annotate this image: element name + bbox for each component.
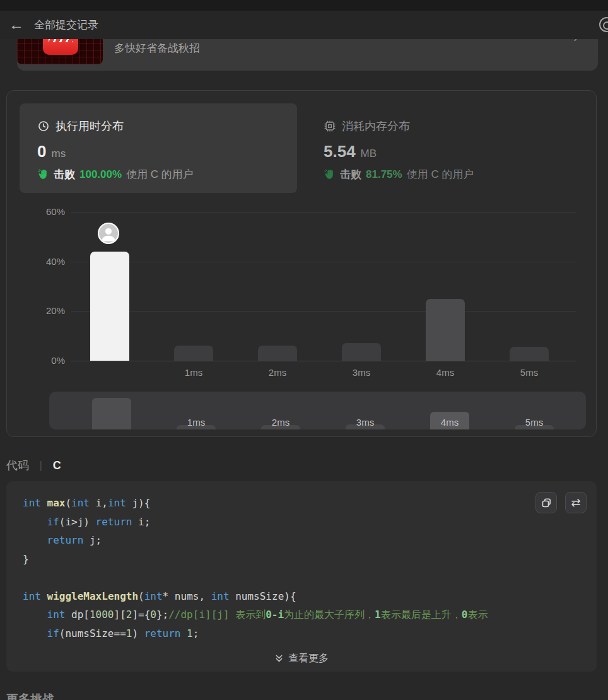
system-status-bar	[0, 0, 608, 11]
code-block: int max(int i,int j){ if(i>j) return i; …	[23, 494, 488, 643]
submission-stats-panel: 执行用时分布 0 ms 击败 100.00% 使用 C 的用户 消耗内存分布	[6, 90, 597, 437]
brush-tick: 3ms	[346, 417, 384, 428]
y-axis-tick: 60%	[25, 206, 65, 217]
chart-brush[interactable]: 1ms2ms3ms4ms5ms	[49, 392, 586, 429]
x-axis-tick: 5ms	[510, 367, 548, 378]
gridline	[71, 311, 576, 312]
banner-thumbnail	[17, 36, 103, 64]
x-axis-tick: 1ms	[175, 367, 213, 378]
y-axis-tick: 40%	[25, 256, 65, 267]
nav-header: ← 全部提交记录	[0, 11, 608, 39]
gridline	[71, 262, 576, 262]
view-more-button[interactable]: 查看更多	[6, 652, 597, 665]
code-card: ⇄ int max(int i,int j){ if(i>j) return i…	[6, 481, 597, 672]
toggle-code-view-button[interactable]: ⇄	[565, 492, 587, 513]
more-challenges-title: 更多挑战	[6, 691, 54, 700]
brush-tick: 5ms	[515, 417, 553, 428]
copy-code-button[interactable]	[535, 492, 557, 513]
gridline	[71, 212, 576, 213]
brush-tick: 4ms	[431, 417, 469, 428]
x-axis-tick: 2ms	[259, 367, 296, 378]
brush-tick: 2ms	[262, 417, 300, 428]
divider: ｜	[36, 459, 46, 472]
chart-bar[interactable]	[258, 346, 297, 361]
y-axis-tick: 20%	[25, 305, 65, 316]
y-axis-tick: 0%	[25, 355, 65, 366]
runtime-chart: 0%20%40%60%1ms2ms3ms4ms5ms	[7, 91, 596, 436]
chart-bar[interactable]	[90, 252, 129, 361]
chart-bar[interactable]	[342, 343, 381, 361]
page-title: 全部提交记录	[34, 18, 98, 32]
chart-bar[interactable]	[510, 347, 549, 361]
user-avatar-marker	[98, 223, 119, 244]
brush-tick: 1ms	[177, 417, 215, 428]
swap-arrows-icon: ⇄	[571, 497, 580, 508]
chart-bar[interactable]	[426, 299, 465, 361]
code-language-label: C	[53, 459, 61, 472]
back-button[interactable]: ←	[9, 17, 24, 32]
code-section-header: 代码 ｜ C	[6, 458, 61, 473]
view-more-label: 查看更多	[288, 652, 329, 665]
x-axis-tick: 4ms	[426, 367, 464, 378]
gridline	[71, 361, 576, 361]
brush-mini-bar	[92, 398, 131, 429]
service-icon[interactable]	[599, 17, 608, 32]
code-section-label: 代码	[6, 458, 29, 473]
chart-bar[interactable]	[174, 346, 213, 361]
x-axis-tick: 3ms	[342, 367, 380, 378]
double-chevron-down-icon	[274, 654, 284, 663]
